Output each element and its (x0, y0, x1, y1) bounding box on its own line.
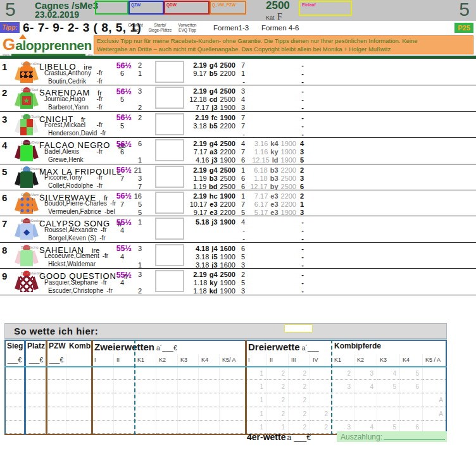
race-date: 23.02.2019 (35, 10, 98, 20)
bet-cell-dreier[interactable] (310, 393, 332, 407)
bet-cell-dreier[interactable]: 2 (289, 393, 310, 407)
bet-cell[interactable] (4, 393, 25, 407)
euro-blank[interactable]: ___€ (46, 354, 66, 367)
bet-cell-dreier[interactable]: 1 (246, 380, 267, 393)
bet-cell-dreier[interactable]: 2 (267, 393, 289, 407)
bet-cell[interactable] (46, 380, 66, 393)
bet-cell-kombi[interactable]: 5 (377, 380, 400, 393)
bet-cell[interactable] (199, 380, 220, 393)
bet-cell-kombi[interactable] (400, 407, 423, 421)
form-place: - (298, 78, 304, 85)
auszahlung-field[interactable]: Auszahlung: (337, 431, 447, 442)
bet-cell-kombi[interactable]: 2 (332, 367, 354, 380)
section-border (91, 340, 93, 435)
bet-cell-dreier[interactable] (310, 367, 332, 380)
form-place: 3 (298, 209, 304, 216)
bet-cell[interactable] (92, 407, 114, 421)
bet-subheader: K2 (156, 354, 178, 367)
bet-cell-dreier[interactable]: 1 (246, 407, 267, 421)
euro-blank[interactable]: ___€ (25, 354, 46, 367)
bet-cell[interactable] (199, 407, 220, 421)
bet-cell[interactable] (178, 407, 199, 421)
bet-cell[interactable] (25, 367, 46, 380)
bet-cell[interactable] (199, 393, 220, 407)
bet-cell[interactable] (4, 367, 25, 380)
bet-cell[interactable] (156, 407, 178, 421)
bet-cell[interactable] (46, 407, 66, 421)
bet-cell[interactable] (220, 407, 246, 421)
bet-cell[interactable] (114, 380, 135, 393)
form-place: 5 (237, 253, 245, 261)
bet-cell[interactable] (220, 393, 246, 407)
bet-cell-kombi[interactable]: 3 (354, 367, 377, 380)
bet-cell-dreier[interactable] (310, 380, 332, 393)
bet-cell[interactable] (25, 407, 46, 421)
bet-cell-kombi[interactable] (377, 407, 400, 421)
bet-cell[interactable] (220, 367, 246, 380)
distance: 2500 (266, 1, 290, 11)
bet-cell-kombi[interactable] (400, 393, 423, 407)
bet-cell[interactable] (46, 393, 66, 407)
bet-cell-dreier[interactable]: 2 (267, 367, 289, 380)
bet-cell[interactable] (4, 407, 25, 421)
horse-number: 6 (2, 192, 16, 203)
bet-cell-kombi[interactable]: 4 (377, 367, 400, 380)
bet-cell[interactable] (66, 393, 92, 407)
bet-cell-dreier[interactable]: 2 (267, 407, 289, 421)
bet-cell-dreier[interactable]: 1 (246, 393, 267, 407)
bet-cell-dreier[interactable]: 2 (289, 380, 310, 393)
bet-cell[interactable] (220, 380, 246, 393)
trainer-name: Escuder,Christophe (48, 287, 103, 294)
bet-cell-kombi[interactable] (423, 367, 447, 380)
bet-cell[interactable] (178, 393, 199, 407)
bet-cell[interactable] (114, 407, 135, 421)
bet-cell[interactable] (135, 393, 156, 407)
trainer-name: Barberot,Yann (48, 104, 89, 111)
bet-cell-kombi[interactable] (354, 407, 377, 421)
bet-cell[interactable] (178, 380, 199, 393)
bet-cell-dreier[interactable]: 2 (267, 380, 289, 393)
bet-cell[interactable] (25, 393, 46, 407)
bet-cell-dreier[interactable]: 1 (246, 367, 267, 380)
auszahlung-blank[interactable] (384, 440, 445, 440)
bet-cell-kombi[interactable] (377, 393, 400, 407)
bet-cell[interactable] (135, 367, 156, 380)
bet-cell-kombi[interactable] (354, 393, 377, 407)
bet-cell-kombi[interactable]: 4 (354, 380, 377, 393)
bet-cell[interactable] (66, 380, 92, 393)
bet-cell[interactable] (156, 380, 178, 393)
bet-cell[interactable] (46, 367, 66, 380)
bet-cell-dreier[interactable]: 2 (289, 407, 310, 421)
bet-cell[interactable] (92, 367, 114, 380)
bet-cell-kombi[interactable]: A (423, 393, 447, 407)
euro-blank[interactable]: ___€ (4, 354, 25, 367)
bet-cell-kombi[interactable] (332, 407, 354, 421)
disclaimer-line2: Weitergabe an Dritte – auch nicht mit Qu… (97, 45, 470, 53)
bet-cell-dreier[interactable]: 2 (289, 367, 310, 380)
bet-cell[interactable] (156, 367, 178, 380)
bet-cell[interactable] (199, 367, 220, 380)
bet-cell[interactable] (114, 367, 135, 380)
bet-cell[interactable] (135, 380, 156, 393)
bet-cell[interactable] (25, 380, 46, 393)
bet-cell-kombi[interactable] (332, 393, 354, 407)
form-place: - (298, 253, 304, 261)
bet-cell-kombi[interactable]: 6 (400, 380, 423, 393)
bet-cell-kombi[interactable] (423, 380, 447, 393)
bet-cell[interactable] (114, 393, 135, 407)
age-value: 4 (113, 279, 132, 286)
bet-cell[interactable] (4, 380, 25, 393)
bet-cell[interactable] (66, 407, 92, 421)
bet-cell[interactable] (156, 393, 178, 407)
bet-cell[interactable] (92, 393, 114, 407)
bet-cell[interactable] (92, 380, 114, 393)
trainer-line: Borgel,Keven (S)-fr (48, 235, 103, 242)
bet-cell[interactable] (135, 407, 156, 421)
bet-cell-dreier[interactable]: 2 (310, 407, 332, 421)
starts-value: 3 (132, 245, 142, 252)
bet-cell[interactable] (66, 367, 92, 380)
bet-cell[interactable] (178, 367, 199, 380)
bet-cell-kombi[interactable]: A (423, 407, 447, 421)
bet-cell-kombi[interactable]: 5 (400, 367, 423, 380)
bet-cell-kombi[interactable]: 3 (332, 380, 354, 393)
